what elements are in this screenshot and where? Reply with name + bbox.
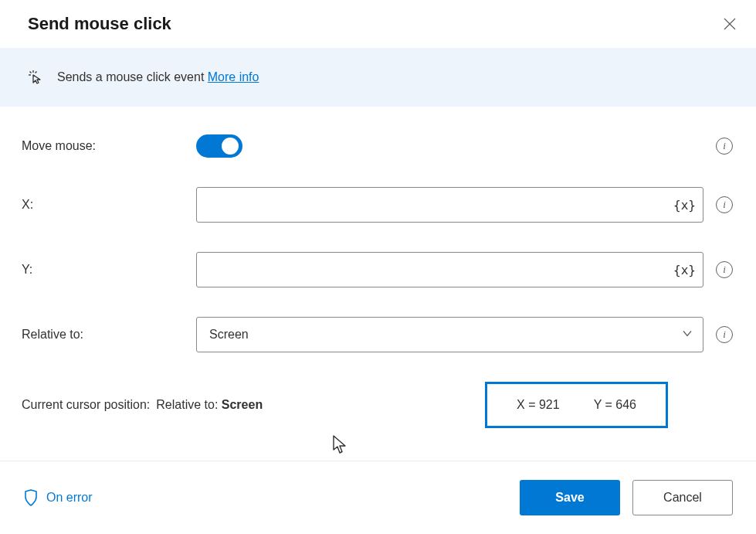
info-icon[interactable]: i — [716, 138, 733, 155]
x-label: X: — [22, 198, 196, 212]
y-input[interactable] — [196, 252, 703, 287]
dialog-header: Send mouse click — [0, 0, 756, 48]
move-mouse-toggle[interactable] — [196, 134, 242, 158]
more-info-link[interactable]: More info — [208, 70, 259, 83]
cursor-y: Y = 646 — [594, 398, 636, 412]
dialog-content: Move mouse: i X: {x} i Y: {x} i — [0, 107, 756, 461]
svg-line-4 — [30, 72, 32, 73]
toggle-knob — [222, 138, 239, 155]
cursor-x: X = 921 — [517, 398, 560, 412]
x-input[interactable] — [196, 187, 703, 223]
info-icon[interactable]: i — [716, 261, 733, 278]
send-mouse-click-dialog: Send mouse click Sends a mouse click eve… — [0, 0, 756, 534]
relative-to-row: Relative to: Screen i — [22, 317, 733, 352]
move-mouse-control: i — [196, 134, 733, 158]
move-mouse-row: Move mouse: i — [22, 134, 733, 158]
move-mouse-label: Move mouse: — [22, 139, 196, 153]
relative-to-value: Screen — [209, 328, 249, 342]
cursor-relative-value: Screen — [222, 398, 263, 411]
y-row: Y: {x} i — [22, 252, 733, 287]
info-icon[interactable]: i — [716, 326, 733, 343]
x-row: X: {x} i — [22, 187, 733, 223]
dialog-footer: On error Save Cancel — [0, 461, 756, 534]
banner-text: Sends a mouse click event More info — [57, 70, 259, 84]
svg-line-5 — [36, 72, 37, 73]
chevron-down-icon — [682, 328, 693, 342]
mouse-click-icon — [28, 70, 43, 85]
variable-icon[interactable]: {x} — [673, 263, 696, 277]
coordinates-box: X = 921 Y = 646 — [485, 382, 668, 428]
info-icon[interactable]: i — [716, 196, 733, 213]
dialog-title: Send mouse click — [28, 14, 171, 34]
info-banner: Sends a mouse click event More info — [0, 48, 756, 107]
relative-to-select[interactable]: Screen — [196, 317, 703, 352]
relative-to-select-wrapper: Screen — [196, 317, 703, 352]
shield-icon — [23, 489, 39, 506]
cancel-button[interactable]: Cancel — [632, 480, 733, 515]
save-button[interactable]: Save — [520, 480, 620, 515]
variable-icon[interactable]: {x} — [673, 198, 696, 213]
cursor-relative-prefix: Relative to: — [156, 398, 221, 411]
on-error-label: On error — [46, 491, 93, 505]
y-label: Y: — [22, 263, 196, 277]
x-input-wrapper: {x} — [196, 187, 703, 223]
cursor-relative-to: Relative to: Screen — [156, 398, 263, 412]
on-error-button[interactable]: On error — [23, 489, 93, 506]
cursor-position-row: Current cursor position: Relative to: Sc… — [22, 382, 733, 428]
banner-description: Sends a mouse click event — [57, 70, 208, 83]
close-icon[interactable] — [722, 16, 737, 32]
footer-buttons: Save Cancel — [520, 480, 733, 515]
y-input-wrapper: {x} — [196, 252, 703, 287]
cursor-position-label: Current cursor position: — [22, 398, 150, 412]
relative-to-label: Relative to: — [22, 328, 196, 342]
